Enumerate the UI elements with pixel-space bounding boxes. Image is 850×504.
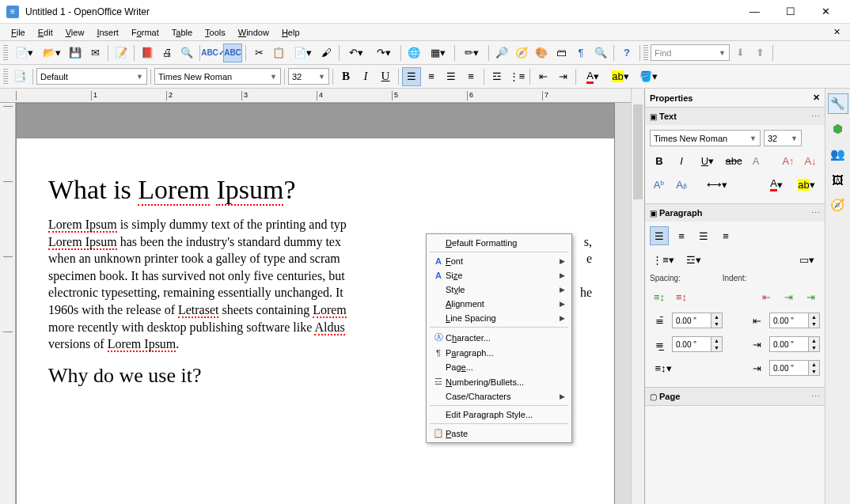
dropdown-icon[interactable]: ▼ [787, 135, 798, 142]
bold-button[interactable]: B [336, 67, 355, 86]
zoom-button[interactable]: 🔍 [591, 44, 610, 63]
table-button[interactable]: ▦▾ [424, 44, 451, 63]
para-bgcolor-button[interactable]: ▭▾ [793, 250, 820, 269]
sidebar-underline-button[interactable]: U▾ [694, 151, 721, 170]
font-color-button[interactable]: A▾ [579, 67, 606, 86]
spin-down[interactable]: ▼ [808, 320, 819, 328]
spin-up[interactable]: ▲ [711, 313, 722, 320]
ctx-line-spacing[interactable]: Line Spacing▶ [427, 311, 571, 325]
dropdown-icon[interactable]: ▼ [715, 49, 726, 57]
sidebar-strikethrough-button[interactable]: abc [724, 151, 743, 170]
close-window-button[interactable]: ✕ [808, 1, 844, 23]
menu-tools[interactable]: Tools [199, 26, 232, 39]
styles-button[interactable]: 📑 [10, 67, 29, 86]
para-align-justify-button[interactable]: ≡ [716, 226, 735, 245]
decrease-font-button[interactable]: A↓ [801, 151, 820, 170]
sidebar-bold-button[interactable]: B [650, 151, 669, 170]
gallery-tab-icon[interactable]: 👥 [828, 144, 848, 165]
ctx-paragraph[interactable]: ¶ Paragraph... [427, 346, 571, 360]
increase-spacing-button[interactable]: ≡↕ [650, 287, 669, 306]
font-name-combo[interactable]: Times New Roman ▼ [154, 68, 281, 85]
underline-button[interactable]: U [376, 67, 395, 86]
ctx-case-characters[interactable]: Case/Characters▶ [427, 389, 571, 404]
spin-up[interactable]: ▲ [808, 361, 819, 368]
ctx-alignment[interactable]: Alignment▶ [427, 297, 571, 311]
print-button[interactable]: 🖨 [157, 44, 176, 63]
dropdown-icon[interactable]: ▼ [267, 73, 277, 81]
menu-table[interactable]: Table [165, 26, 199, 39]
horizontal-ruler[interactable]: 1 2 3 4 5 6 7 [0, 89, 631, 103]
text-section-header[interactable]: ▣ Text ⋯ [645, 108, 825, 125]
para-align-right-button[interactable]: ☰ [694, 226, 713, 245]
increase-indent-button[interactable]: ⇥ [553, 67, 572, 86]
scrollbar-thumb[interactable] [633, 104, 643, 199]
sidebar-font-color-button[interactable]: A▾ [763, 175, 790, 194]
vertical-scrollbar[interactable] [631, 89, 644, 504]
sidebar-size-combo[interactable]: 32 ▼ [764, 130, 802, 146]
indent-right-spinner[interactable]: ▲▼ [769, 336, 820, 352]
page-section-header[interactable]: ▢ Page ⋯ [645, 388, 825, 405]
sidebar-italic-button[interactable]: I [672, 151, 691, 170]
ctx-edit-paragraph-style[interactable]: Edit Paragraph Style... [427, 407, 571, 422]
space-above-spinner[interactable]: ▲▼ [672, 313, 723, 328]
toolbar-grip[interactable] [3, 69, 8, 85]
more-options-icon[interactable]: ⋯ [811, 112, 820, 122]
close-sidebar-icon[interactable]: ✕ [813, 93, 820, 103]
gallery-button[interactable]: 🎨 [532, 44, 551, 63]
bullet-list-button[interactable]: ⋮≡ [507, 67, 526, 86]
line-spacing-button[interactable]: ≡↕▾ [650, 358, 677, 377]
spin-up[interactable]: ▲ [808, 337, 819, 344]
align-right-button[interactable]: ☰ [442, 67, 461, 86]
spin-down[interactable]: ▼ [711, 344, 722, 351]
close-document-icon[interactable]: ✕ [829, 25, 845, 39]
print-preview-button[interactable]: 🔍 [177, 44, 196, 63]
datasources-button[interactable]: 🗃 [552, 44, 571, 63]
edit-file-button[interactable]: 📝 [112, 44, 131, 63]
spin-up[interactable]: ▲ [808, 313, 819, 320]
dropdown-icon[interactable]: ▼ [133, 73, 143, 81]
paste-button[interactable]: 📄▾ [289, 44, 316, 63]
show-draw-button[interactable]: ✏▾ [458, 44, 485, 63]
format-paintbrush-button[interactable]: 🖌 [317, 44, 336, 63]
email-button[interactable]: ✉ [85, 44, 104, 63]
numbered-list-button[interactable]: ☲ [488, 67, 507, 86]
firstline-indent-input[interactable] [770, 364, 808, 373]
ctx-font[interactable]: A Font▶ [427, 254, 571, 268]
undo-button[interactable]: ↶▾ [343, 44, 370, 63]
indent-right-input[interactable] [770, 340, 808, 349]
cut-button[interactable]: ✂ [249, 44, 268, 63]
firstline-indent-spinner[interactable]: ▲▼ [769, 360, 820, 376]
find-combo[interactable]: Find ▼ [651, 44, 730, 61]
sidebar-highlight-button[interactable]: ab▾ [793, 175, 820, 194]
increase-font-button[interactable]: A↑ [779, 151, 798, 170]
vertical-ruler[interactable] [0, 103, 16, 504]
numbering-button[interactable]: ☲▾ [680, 250, 707, 269]
ctx-character[interactable]: Ⓐ Character... [427, 329, 571, 346]
highlight-button[interactable]: ab▾ [607, 67, 634, 86]
ctx-style[interactable]: Style▶ [427, 282, 571, 297]
compass-tab-icon[interactable]: 🧭 [828, 195, 848, 215]
bullets-button[interactable]: ⋮≡▾ [650, 250, 677, 269]
redo-button[interactable]: ↷▾ [370, 44, 397, 63]
more-options-icon[interactable]: ⋯ [811, 208, 820, 218]
space-below-spinner[interactable]: ▲▼ [672, 336, 723, 352]
ctx-default-formatting[interactable]: Default Formatting [427, 236, 571, 250]
ctx-size[interactable]: A Size▶ [427, 268, 571, 282]
toolbar-grip[interactable] [643, 45, 648, 61]
help-button[interactable]: ? [617, 44, 636, 63]
navigator-tab-icon[interactable]: 🖼 [828, 169, 848, 190]
decrease-indent-button[interactable]: ⇤ [533, 67, 552, 86]
italic-button[interactable]: I [356, 67, 375, 86]
para-align-left-button[interactable]: ☰ [650, 226, 669, 245]
char-spacing-button[interactable]: ⟷▾ [704, 175, 730, 194]
styles-tab-icon[interactable]: ⬢ [828, 119, 848, 139]
indent-left-spinner[interactable]: ▲▼ [769, 313, 820, 328]
spin-down[interactable]: ▼ [808, 368, 819, 375]
new-button[interactable]: 📄▾ [10, 44, 37, 63]
spin-down[interactable]: ▼ [711, 320, 722, 328]
hanging-indent-button[interactable]: ⇥ [801, 287, 820, 306]
sidebar-font-combo[interactable]: Times New Roman ▼ [650, 130, 761, 146]
more-options-icon[interactable]: ⋯ [811, 392, 820, 402]
subscript-button[interactable]: Aᵦ [672, 175, 691, 194]
ctx-page[interactable]: Page... [427, 360, 571, 374]
